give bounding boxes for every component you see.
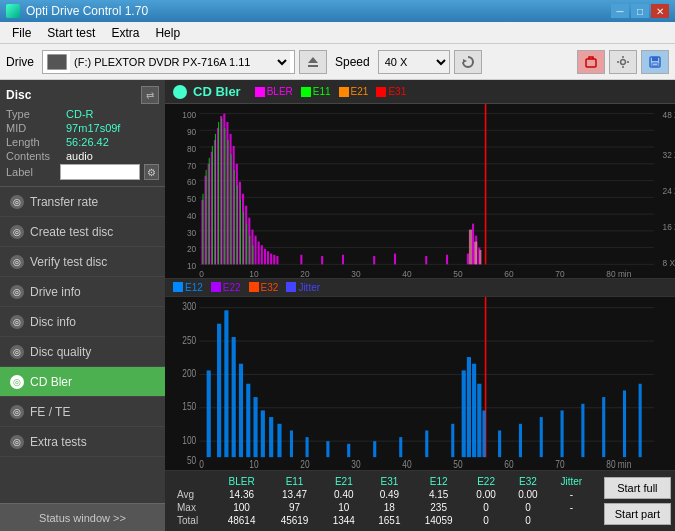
window-controls: ─ □ ✕ <box>611 4 669 18</box>
refresh-button[interactable] <box>454 50 482 74</box>
minimize-button[interactable]: ─ <box>611 4 629 18</box>
svg-rect-71 <box>342 255 344 265</box>
save-button[interactable] <box>641 50 669 74</box>
table-row-max: Max 100 97 10 18 235 0 0 - <box>171 501 594 514</box>
svg-rect-65 <box>267 251 269 264</box>
disc-mid-label: MID <box>6 122 66 134</box>
nav-transfer-rate[interactable]: ◎ Transfer rate <box>0 187 165 217</box>
svg-rect-3 <box>586 59 596 67</box>
nav-create-test-disc[interactable]: ◎ Create test disc <box>0 217 165 247</box>
menu-help[interactable]: Help <box>147 24 188 42</box>
nav-extra-tests[interactable]: ◎ Extra tests <box>0 427 165 457</box>
svg-text:40: 40 <box>402 457 411 469</box>
svg-rect-142 <box>472 363 476 456</box>
svg-text:48 X: 48 X <box>663 110 675 121</box>
legend-box-e31 <box>376 87 386 97</box>
legend-label-e11: E11 <box>313 86 331 97</box>
legend-e22: E22 <box>211 282 241 293</box>
svg-rect-90 <box>234 170 235 265</box>
svg-rect-133 <box>306 437 309 457</box>
svg-text:100: 100 <box>182 433 196 445</box>
disc-length-label: Length <box>6 136 66 148</box>
col-header-e31: E31 <box>367 475 413 488</box>
cell-max-e32: 0 <box>507 501 549 514</box>
disc-section-title: Disc <box>6 88 31 102</box>
svg-rect-150 <box>602 397 605 457</box>
svg-rect-97 <box>469 230 472 265</box>
legend-label-e22: E22 <box>223 282 241 293</box>
menu-extra[interactable]: Extra <box>103 24 147 42</box>
maximize-button[interactable]: □ <box>631 4 649 18</box>
nav-icon-extra-tests: ◎ <box>10 435 24 449</box>
col-header-e22: E22 <box>465 475 507 488</box>
nav-drive-info[interactable]: ◎ Drive info <box>0 277 165 307</box>
legend-label-e31: E31 <box>388 86 406 97</box>
svg-rect-73 <box>394 254 396 265</box>
svg-rect-96 <box>252 245 253 264</box>
svg-rect-86 <box>221 118 222 264</box>
bottom-chart: 300 250 200 150 100 50 0 10 20 30 40 50 … <box>165 297 675 471</box>
nav-label-transfer-rate: Transfer rate <box>30 195 98 209</box>
nav-icon-drive-info: ◎ <box>10 285 24 299</box>
svg-rect-89 <box>231 154 232 264</box>
svg-text:50: 50 <box>453 457 462 469</box>
svg-rect-149 <box>581 403 584 456</box>
nav-verify-test-disc[interactable]: ◎ Verify test disc <box>0 247 165 277</box>
svg-rect-88 <box>227 140 228 264</box>
legend-label-e12: E12 <box>185 282 203 293</box>
settings-button[interactable] <box>609 50 637 74</box>
cell-max-e22: 0 <box>465 501 507 514</box>
svg-text:90: 90 <box>187 127 196 138</box>
cell-total-jitter <box>549 514 594 527</box>
row-label-avg: Avg <box>171 488 215 501</box>
disc-swap-button[interactable]: ⇄ <box>141 86 159 104</box>
svg-rect-72 <box>373 256 375 264</box>
nav-label-create-test-disc: Create test disc <box>30 225 113 239</box>
nav-disc-info[interactable]: ◎ Disc info <box>0 307 165 337</box>
svg-rect-74 <box>425 256 427 264</box>
cell-total-e11: 45619 <box>268 514 321 527</box>
close-button[interactable]: ✕ <box>651 4 669 18</box>
drive-select[interactable]: (F:) PLEXTOR DVDR PX-716A 1.11 <box>70 51 290 73</box>
cell-total-bler: 48614 <box>215 514 268 527</box>
nav-label-disc-quality: Disc quality <box>30 345 91 359</box>
disc-info-panel: Disc ⇄ Type CD-R MID 97m17s09f Length 56… <box>0 80 165 187</box>
chart-title: CD Bler <box>193 84 241 99</box>
nav-icon-verify-test-disc: ◎ <box>10 255 24 269</box>
nav-label-cd-bler: CD Bler <box>30 375 72 389</box>
svg-rect-64 <box>264 249 266 265</box>
eject-button[interactable] <box>299 50 327 74</box>
svg-text:50: 50 <box>187 453 196 465</box>
svg-rect-125 <box>232 337 236 457</box>
nav-cd-bler[interactable]: ◎ CD Bler <box>0 367 165 397</box>
menu-start-test[interactable]: Start test <box>39 24 103 42</box>
nav-icon-cd-bler: ◎ <box>10 375 24 389</box>
cell-avg-e31: 0.49 <box>367 488 413 501</box>
speed-select[interactable]: 40 X <box>379 51 449 73</box>
svg-rect-63 <box>261 245 263 264</box>
svg-rect-92 <box>240 200 241 265</box>
svg-rect-68 <box>276 256 278 264</box>
nav-fe-te[interactable]: ◎ FE / TE <box>0 397 165 427</box>
nav-label-drive-info: Drive info <box>30 285 81 299</box>
start-full-button[interactable]: Start full <box>604 477 671 499</box>
disc-label-input[interactable] <box>60 164 140 180</box>
svg-text:60: 60 <box>504 457 513 469</box>
status-window-button[interactable]: Status window >> <box>0 503 165 531</box>
app-title: Opti Drive Control 1.70 <box>26 4 148 18</box>
svg-rect-95 <box>249 236 250 265</box>
svg-text:150: 150 <box>182 400 196 412</box>
legend-label-jitter: Jitter <box>298 282 320 293</box>
col-header-e11: E11 <box>268 475 321 488</box>
clear-button[interactable] <box>577 50 605 74</box>
svg-text:20: 20 <box>187 244 196 255</box>
menu-file[interactable]: File <box>4 24 39 42</box>
start-part-button[interactable]: Start part <box>604 503 671 525</box>
disc-label-gear-button[interactable]: ⚙ <box>144 164 159 180</box>
nav-disc-quality[interactable]: ◎ Disc quality <box>0 337 165 367</box>
svg-rect-70 <box>321 256 323 264</box>
legend-label-bler: BLER <box>267 86 293 97</box>
svg-rect-75 <box>446 255 448 265</box>
svg-rect-93 <box>243 212 244 265</box>
svg-text:300: 300 <box>182 300 196 312</box>
